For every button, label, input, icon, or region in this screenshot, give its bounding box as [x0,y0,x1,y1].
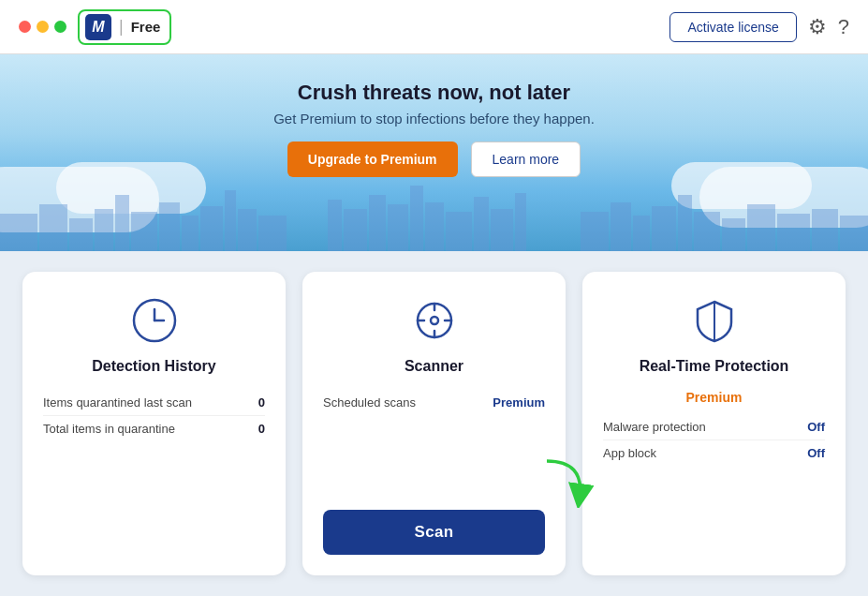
premium-badge: Premium [686,390,743,405]
free-label: Free [131,19,161,35]
title-bar-left: M | Free [19,9,171,45]
green-arrow-icon [537,452,594,508]
svg-rect-25 [652,206,676,251]
title-bar: M | Free Activate license ⚙ ? [0,0,868,54]
table-row: Total items in quarantine 0 [43,416,265,441]
row-value: 0 [258,422,265,436]
svg-rect-27 [694,212,720,251]
svg-rect-9 [225,190,236,251]
row-value: 0 [258,395,265,410]
real-time-protection-title: Real-Time Protection [640,358,789,375]
table-row: Items quarantined last scan 0 [43,390,265,416]
maximize-button[interactable] [54,21,66,33]
svg-rect-28 [722,218,745,251]
minimize-button[interactable] [37,21,49,33]
protection-rows: Malware protection Off App block Off [603,414,825,466]
svg-rect-13 [344,209,367,251]
svg-rect-15 [388,204,408,251]
row-label: Total items in quarantine [43,422,175,436]
real-time-protection-icon [688,294,741,347]
svg-rect-26 [678,195,692,251]
upgrade-button[interactable]: Upgrade to Premium [287,142,458,177]
scan-button[interactable]: Scan [323,510,545,555]
title-bar-right: Activate license ⚙ ? [669,12,849,42]
scanner-icon [408,294,461,347]
svg-rect-11 [258,216,287,251]
svg-rect-24 [633,216,650,251]
svg-rect-18 [446,212,472,251]
scanner-card: Scanner Scheduled scans Premium Scan [302,272,566,575]
svg-rect-16 [410,186,423,251]
svg-rect-4 [115,195,129,251]
svg-rect-17 [425,202,444,251]
svg-rect-19 [474,197,489,251]
hero-subtitle: Get Premium to stop infections before th… [273,111,595,127]
svg-rect-23 [611,202,631,251]
table-row: App block Off [603,440,825,466]
svg-rect-2 [69,218,93,251]
svg-rect-29 [747,204,775,251]
row-label: Malware protection [603,420,706,434]
settings-icon[interactable]: ⚙ [808,15,827,39]
detection-history-card: Detection History Items quarantined last… [22,272,286,575]
logo-divider: | [119,17,124,37]
skyline-decoration [0,176,868,251]
table-row: Malware protection Off [603,414,825,440]
svg-rect-3 [95,209,113,251]
hero-buttons: Upgrade to Premium Learn more [287,142,581,177]
premium-link[interactable]: Premium [493,395,545,410]
svg-point-37 [431,317,438,324]
row-value: Off [807,446,825,460]
svg-rect-5 [131,212,157,251]
real-time-protection-card: Real-Time Protection Premium Malware pro… [582,272,846,575]
svg-rect-6 [159,202,180,251]
logo-icon: M [85,14,111,40]
svg-rect-1 [39,204,67,251]
cards-section: Detection History Items quarantined last… [0,251,868,596]
table-row: Scheduled scans Premium [323,390,545,415]
learn-more-button[interactable]: Learn more [471,142,581,177]
svg-rect-30 [777,214,810,251]
help-icon[interactable]: ? [838,15,849,39]
scanner-title: Scanner [405,358,463,375]
svg-rect-21 [515,193,526,251]
row-label: Scheduled scans [323,395,416,410]
svg-rect-10 [238,209,257,251]
svg-rect-14 [369,195,386,251]
row-label: App block [603,446,656,460]
close-button[interactable] [19,21,31,33]
svg-rect-32 [840,216,868,251]
hero-section: Crush threats now, not later Get Premium… [0,54,868,251]
traffic-lights [19,21,66,33]
svg-rect-0 [0,214,37,251]
detection-history-icon [128,294,181,347]
svg-rect-12 [328,200,342,251]
detection-history-rows: Items quarantined last scan 0 Total item… [43,390,265,441]
svg-rect-20 [491,209,513,251]
row-value: Off [807,420,825,434]
detection-history-title: Detection History [92,358,215,375]
activate-license-button[interactable]: Activate license [669,12,796,42]
hero-title: Crush threats now, not later [298,81,570,105]
row-label: Items quarantined last scan [43,395,192,410]
svg-rect-7 [182,216,199,251]
logo-area: M | Free [78,9,171,45]
svg-rect-8 [200,206,223,251]
scanner-rows: Scheduled scans Premium [323,390,545,415]
svg-rect-31 [812,209,838,251]
svg-rect-22 [581,212,609,251]
